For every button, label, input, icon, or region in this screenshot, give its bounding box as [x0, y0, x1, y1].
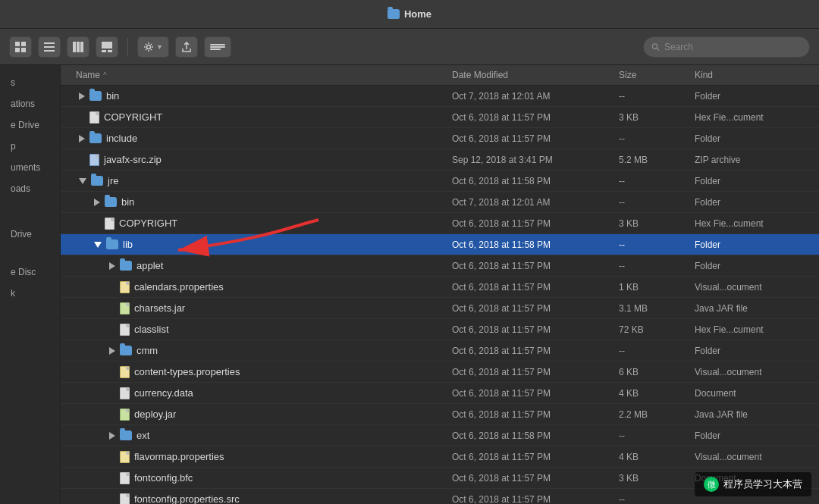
table-row[interactable]: calendars.properties Oct 6, 2018 at 11:5…	[61, 277, 819, 298]
table-row[interactable]: ext Oct 6, 2018 at 11:58 PM -- Folder	[61, 425, 819, 446]
file-icon	[105, 218, 115, 230]
column-headers: Name ^ Date Modified Size Kind	[61, 65, 819, 86]
search-input[interactable]	[664, 42, 802, 52]
file-name-text: cmm	[136, 345, 158, 356]
file-name-text: COPYRIGHT	[119, 218, 177, 229]
svg-rect-11	[102, 50, 106, 52]
toolbar: ▼	[0, 29, 819, 65]
file-kind-cell: Visual...ocument	[689, 364, 810, 380]
file-kind-cell: Folder	[689, 194, 810, 211]
table-row[interactable]: COPYRIGHT Oct 6, 2018 at 11:57 PM 3 KB H…	[61, 213, 819, 234]
file-name-cell: COPYRIGHT	[70, 214, 446, 233]
file-date-cell: Oct 6, 2018 at 11:57 PM	[446, 449, 613, 465]
sort-arrow-icon: ^	[103, 71, 107, 80]
info-btn[interactable]	[204, 36, 231, 58]
svg-point-17	[652, 43, 657, 48]
file-name-cell: ext	[70, 427, 446, 444]
sidebar-item-8[interactable]: Drive	[3, 224, 57, 244]
file-list-container: Name ^ Date Modified Size Kind bin Oct 7…	[61, 65, 819, 504]
table-row[interactable]: classlist Oct 6, 2018 at 11:57 PM 72 KB …	[61, 319, 819, 340]
collapse-triangle[interactable]	[79, 178, 86, 184]
file-kind-cell: Hex Fie...cument	[689, 215, 810, 232]
file-date-cell: Oct 7, 2018 at 12:01 AM	[446, 194, 613, 211]
file-size-cell: 4 KB	[613, 385, 689, 402]
file-date-cell: Oct 6, 2018 at 11:57 PM	[446, 215, 613, 232]
expand-triangle[interactable]	[94, 199, 100, 206]
file-name-text: fontconfig.properties.src	[134, 493, 240, 504]
table-row[interactable]: jre Oct 6, 2018 at 11:58 PM -- Folder	[61, 171, 819, 192]
sidebar-item-10[interactable]: e Disc	[3, 262, 57, 282]
file-name-text: classlist	[134, 324, 169, 335]
col-header-name[interactable]: Name ^	[70, 65, 446, 85]
table-row[interactable]: deploy.jar Oct 6, 2018 at 11:57 PM 2.2 M…	[61, 404, 819, 425]
view-list-btn[interactable]	[38, 36, 61, 58]
table-row[interactable]: cmm Oct 6, 2018 at 11:57 PM -- Folder	[61, 340, 819, 362]
file-name-cell: bin	[70, 193, 446, 211]
file-name-text: javafx-src.zip	[104, 154, 162, 165]
table-row[interactable]: COPYRIGHT Oct 6, 2018 at 11:57 PM 3 KB H…	[61, 107, 819, 128]
file-name-text: ext	[136, 430, 149, 441]
table-row[interactable]: javafx-src.zip Sep 12, 2018 at 3:41 PM 5…	[61, 149, 819, 171]
file-size-cell: 72 KB	[613, 321, 689, 338]
view-icon-grid[interactable]	[9, 36, 32, 58]
file-size-cell: --	[613, 491, 689, 505]
sidebar-item-1[interactable]: ations	[3, 94, 57, 114]
table-row[interactable]: flavormap.properties Oct 6, 2018 at 11:5…	[61, 446, 819, 468]
file-icon	[120, 324, 130, 336]
expand-triangle[interactable]	[79, 92, 85, 100]
svg-line-18	[657, 48, 659, 50]
share-btn[interactable]	[175, 36, 198, 58]
svg-rect-10	[102, 42, 112, 49]
file-size-cell: --	[613, 173, 689, 189]
search-box[interactable]	[643, 36, 810, 58]
file-date-cell: Oct 6, 2018 at 11:58 PM	[446, 236, 613, 253]
svg-rect-14	[210, 44, 225, 45]
table-row[interactable]: content-types.properties Oct 6, 2018 at …	[61, 362, 819, 383]
col-header-kind[interactable]: Kind	[689, 65, 810, 85]
file-size-cell: --	[613, 427, 689, 444]
col-header-size[interactable]: Size	[613, 65, 689, 85]
sidebar-item-2[interactable]: e Drive	[3, 115, 57, 135]
settings-btn[interactable]: ▼	[137, 36, 169, 58]
file-name-cell: jre	[70, 172, 446, 189]
file-name-text: bin	[106, 90, 119, 102]
table-row[interactable]: bin Oct 7, 2018 at 12:01 AM -- Folder	[61, 86, 819, 107]
file-date-cell: Oct 6, 2018 at 11:57 PM	[446, 470, 613, 487]
file-name-text: charsets.jar	[134, 302, 185, 314]
sidebar-item-3[interactable]: p	[3, 136, 57, 156]
view-cover-btn[interactable]	[96, 36, 118, 58]
file-date-cell: Oct 6, 2018 at 11:57 PM	[446, 364, 613, 380]
file-date-cell: Sep 12, 2018 at 3:41 PM	[446, 152, 613, 168]
prop-icon	[120, 451, 130, 463]
svg-rect-2	[15, 48, 20, 52]
sidebar-item-4[interactable]: uments	[3, 158, 57, 177]
file-name-cell: lib	[70, 236, 446, 253]
file-date-cell: Oct 6, 2018 at 11:57 PM	[446, 385, 613, 402]
col-header-date[interactable]: Date Modified	[446, 65, 613, 85]
table-row[interactable]: applet Oct 6, 2018 at 11:57 PM -- Folder	[61, 255, 819, 277]
expand-triangle[interactable]	[109, 432, 115, 440]
table-row[interactable]: include Oct 6, 2018 at 11:57 PM -- Folde…	[61, 128, 819, 149]
table-row[interactable]: currency.data Oct 6, 2018 at 11:57 PM 4 …	[61, 383, 819, 404]
table-row[interactable]: bin Oct 7, 2018 at 12:01 AM -- Folder	[61, 192, 819, 213]
file-kind-cell: Visual...ocument	[689, 449, 810, 465]
file-size-cell: --	[613, 130, 689, 147]
table-row[interactable]: lib Oct 6, 2018 at 11:58 PM -- Folder	[61, 234, 819, 255]
svg-rect-3	[21, 48, 26, 52]
sidebar-item-0[interactable]: s	[3, 73, 57, 92]
table-row[interactable]: charsets.jar Oct 6, 2018 at 11:57 PM 3.1…	[61, 298, 819, 319]
expand-triangle[interactable]	[109, 347, 115, 355]
expand-triangle[interactable]	[109, 262, 115, 270]
expand-triangle[interactable]	[79, 135, 85, 142]
file-name-text: currency.data	[134, 387, 193, 399]
sidebar-item-11[interactable]: k	[3, 283, 57, 303]
file-size-cell: 4 KB	[613, 449, 689, 465]
file-name-text: deploy.jar	[134, 409, 176, 420]
file-size-cell: 6 KB	[613, 364, 689, 380]
sidebar-item-5[interactable]: oads	[3, 179, 57, 199]
jar-icon	[120, 409, 130, 421]
view-column-btn[interactable]	[67, 36, 89, 58]
collapse-triangle[interactable]	[94, 242, 102, 248]
file-size-cell: 3 KB	[613, 109, 689, 126]
folder-icon	[89, 91, 102, 101]
